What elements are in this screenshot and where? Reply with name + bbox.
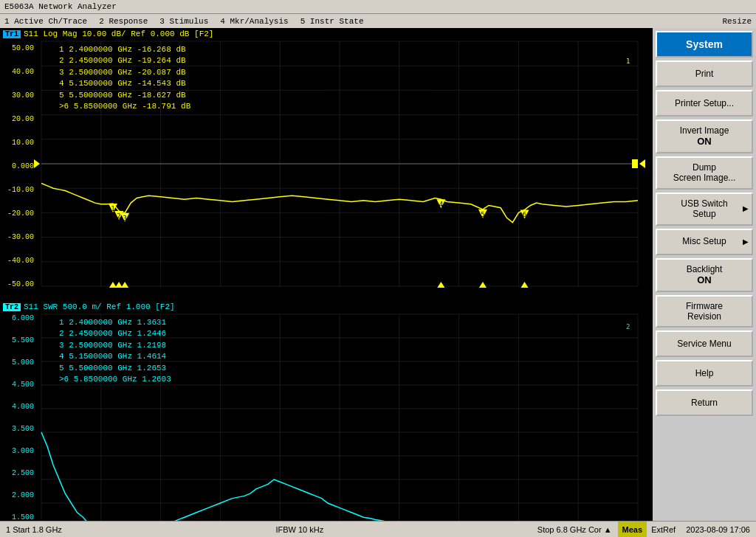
meas-button[interactable]: Meas (618, 522, 647, 537)
ifbw-value: IFBW 10 kHz (275, 525, 323, 534)
backlight-label: Backlight (687, 264, 723, 274)
resize-button[interactable]: Resize (722, 17, 752, 26)
backlight-button[interactable]: Backlight ON (656, 258, 753, 292)
dump-screen-button[interactable]: DumpScreen Image... (656, 156, 753, 190)
system-button[interactable]: System (656, 31, 753, 58)
start-freq-value: Start 1.8 GHz (13, 525, 62, 534)
sidebar: System Print Printer Setup... Invert Ima… (653, 28, 756, 521)
start-freq-label: 1 (6, 525, 10, 534)
usb-switch-button[interactable]: USB SwitchSetup ▶ (656, 193, 753, 226)
invert-image-button[interactable]: Invert Image ON (656, 119, 753, 153)
misc-setup-button[interactable]: Misc Setup ▶ (656, 229, 753, 255)
menu-stimulus[interactable]: 3 Stimulus (159, 17, 208, 26)
printer-setup-button[interactable]: Printer Setup... (656, 90, 753, 117)
status-start: 1 Start 1.8 GHz (0, 522, 68, 537)
invert-image-label: Invert Image (680, 125, 729, 136)
stop-freq-value: Stop 6.8 GHz (537, 525, 586, 534)
status-ifbw: IFBW 10 kHz (68, 522, 532, 537)
status-bar: 1 Start 1.8 GHz IFBW 10 kHz Stop 6.8 GHz… (0, 521, 756, 537)
return-button[interactable]: Return (656, 389, 753, 416)
menu-bar: 1 Active Ch/Trace 2 Response 3 Stimulus … (0, 13, 756, 28)
service-menu-button[interactable]: Service Menu (656, 330, 753, 357)
title-bar: E5063A Network Analyzer (0, 0, 756, 13)
extref-indicator: ExtRef (647, 522, 680, 537)
datetime-display: 2023-08-09 17:06 (680, 522, 756, 537)
menu-instr-state[interactable]: 5 Instr State (300, 17, 364, 26)
trace1-canvas (0, 28, 650, 301)
app-title: E5063A Network Analyzer (4, 2, 117, 11)
cor-badge: Cor (588, 525, 602, 534)
help-button[interactable]: Help (656, 360, 753, 387)
menu-active-ch[interactable]: 1 Active Ch/Trace (4, 17, 87, 26)
dump-screen-label: DumpScreen Image... (673, 162, 736, 184)
usb-switch-arrow: ▶ (743, 204, 749, 213)
invert-image-value: ON (697, 136, 712, 148)
firmware-revision-button[interactable]: FirmwareRevision (656, 295, 753, 328)
menu-response[interactable]: 2 Response (99, 17, 148, 26)
backlight-value: ON (697, 274, 712, 286)
status-stop: Stop 6.8 GHz Cor ▲ (532, 522, 618, 537)
misc-setup-arrow: ▶ (743, 238, 749, 246)
print-button[interactable]: Print (656, 60, 753, 87)
trace2-canvas (0, 301, 650, 521)
menu-mkr-analysis[interactable]: 4 Mkr/Analysis (220, 17, 288, 26)
